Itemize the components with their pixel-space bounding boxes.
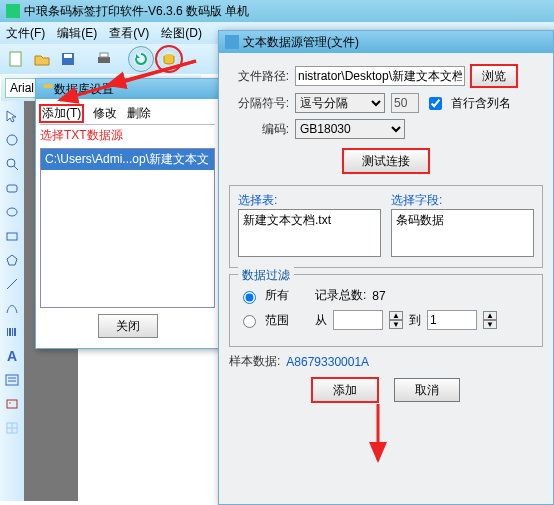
add-source-button[interactable]: 添加(T) [40,105,83,122]
datasource-list[interactable]: C:\Users\Admi...op\新建文本文 [40,148,215,308]
open-file-icon[interactable] [30,47,54,71]
total-value: 87 [372,289,385,303]
filter-range-radio[interactable] [243,315,256,328]
encoding-select[interactable]: GB18030 [295,119,405,139]
rect-tool-icon[interactable] [3,227,21,245]
sample-label: 样本数据: [229,353,280,370]
encoding-label: 编码: [229,121,289,138]
svg-line-14 [7,279,17,289]
database-button[interactable] [156,46,182,72]
dialog-title: 文本数据源管理(文件) [243,34,359,51]
from-spinner[interactable]: ▲▼ [389,311,403,329]
svg-rect-10 [7,185,17,192]
svg-line-9 [14,166,18,170]
curve-tool-icon[interactable] [3,299,21,317]
range-to-input[interactable] [427,310,477,330]
zoom-tool-icon[interactable] [3,155,21,173]
svg-point-27 [43,84,53,88]
modify-source-button[interactable]: 修改 [93,105,117,122]
dialog-icon [225,35,239,49]
cancel-button[interactable]: 取消 [394,378,460,402]
sheet-listbox[interactable]: 新建文本文档.txt [238,209,381,257]
field-listbox[interactable]: 条码数据 [391,209,534,257]
app-title-bar: 中琅条码标签打印软件-V6.3.6 数码版 单机 [0,0,554,22]
svg-rect-17 [12,328,13,336]
menu-view[interactable]: 查看(V) [109,25,149,42]
menu-edit[interactable]: 编辑(E) [57,25,97,42]
app-logo-icon [6,4,20,18]
svg-point-7 [7,135,17,145]
tool-palette: A [0,101,24,501]
svg-marker-13 [7,255,17,265]
print-icon[interactable] [92,47,116,71]
ellipse-tool-icon[interactable] [3,203,21,221]
svg-rect-28 [225,35,239,49]
svg-point-8 [7,159,15,167]
app-title: 中琅条码标签打印软件-V6.3.6 数码版 单机 [24,3,249,20]
total-label: 记录总数: [315,287,366,304]
svg-rect-16 [9,328,11,336]
first-row-header-label: 首行含列名 [451,95,511,112]
grid-tool-icon[interactable] [3,419,21,437]
svg-rect-4 [98,57,110,63]
svg-rect-3 [64,54,72,58]
round-rect-tool-icon[interactable] [3,179,21,197]
path-input[interactable] [295,66,465,86]
line-tool-icon[interactable] [3,275,21,293]
list-item[interactable]: 条码数据 [396,212,529,229]
refresh-icon[interactable] [128,46,154,72]
svg-rect-0 [6,4,20,18]
path-label: 文件路径: [229,68,289,85]
first-row-header-checkbox[interactable] [429,97,442,110]
svg-rect-15 [7,328,8,336]
range-from-input[interactable] [333,310,383,330]
save-icon[interactable] [56,47,80,71]
delete-source-button[interactable]: 删除 [127,105,151,122]
list-item[interactable]: 新建文本文档.txt [243,212,376,229]
rich-text-tool-icon[interactable] [3,371,21,389]
sample-value: A8679330001A [286,355,369,369]
datasource-popup-title: 数据库设置 [36,79,219,99]
test-connection-button[interactable]: 测试连接 [343,149,429,173]
sep-label: 分隔符号: [229,95,289,112]
hint-text: 选择TXT数据源 [40,127,215,144]
text-tool-icon[interactable]: A [3,347,21,365]
polygon-tool-icon[interactable] [3,251,21,269]
filter-all-radio[interactable] [243,291,256,304]
svg-rect-5 [100,53,108,57]
separator-select[interactable]: 逗号分隔 [295,93,385,113]
svg-rect-19 [6,375,18,385]
ok-button[interactable]: 添加 [312,378,378,402]
svg-rect-22 [7,400,17,408]
sep-custom-input [391,93,419,113]
text-datasource-dialog: 文本数据源管理(文件) 文件路径: 浏览 分隔符号: 逗号分隔 首行含列名 编码… [218,30,554,505]
close-button[interactable]: 关闭 [98,314,158,338]
select-field-label: 选择字段: [391,192,534,209]
filter-range-label: 范围 [265,312,289,329]
pan-tool-icon[interactable] [3,131,21,149]
select-sheet-label: 选择表: [238,192,381,209]
svg-point-11 [7,208,17,216]
filter-caption: 数据过滤 [238,267,294,284]
svg-rect-12 [7,233,17,240]
to-spinner[interactable]: ▲▼ [483,311,497,329]
list-item[interactable]: C:\Users\Admi...op\新建文本文 [41,149,214,170]
browse-button[interactable]: 浏览 [471,65,517,87]
svg-rect-18 [14,328,16,336]
svg-point-23 [9,402,11,404]
to-label: 到 [409,312,421,329]
filter-all-label: 所有 [265,287,289,304]
image-tool-icon[interactable] [3,395,21,413]
svg-rect-1 [10,52,21,66]
database-icon [42,83,54,95]
datasource-popup: 数据库设置 添加(T) 修改 删除 选择TXT数据源 C:\Users\Admi… [35,78,220,349]
barcode-tool-icon[interactable] [3,323,21,341]
menu-file[interactable]: 文件(F) [6,25,45,42]
pointer-tool-icon[interactable] [3,107,21,125]
from-label: 从 [315,312,327,329]
menu-draw[interactable]: 绘图(D) [161,25,202,42]
new-file-icon[interactable] [4,47,28,71]
